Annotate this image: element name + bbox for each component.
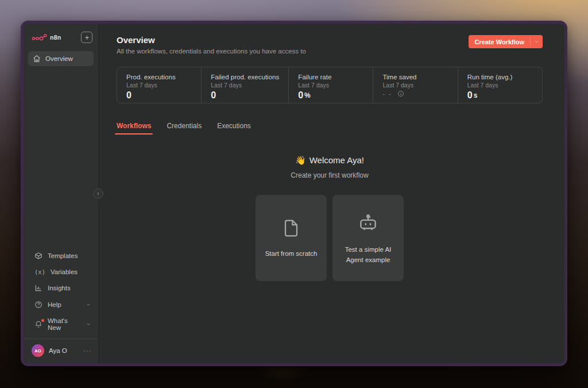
- user-menu[interactable]: AO Aya O ···: [24, 339, 98, 363]
- stats-summary-bar: Prod. executions Last 7 days 0 Failed pr…: [117, 67, 543, 103]
- wave-emoji: 👋: [295, 155, 306, 165]
- tab-executions[interactable]: Executions: [217, 122, 251, 135]
- tab-credentials[interactable]: Credentials: [167, 122, 202, 135]
- stat-label: Prod. executions: [126, 74, 192, 80]
- bell-icon: [34, 320, 42, 328]
- stat-run-time-avg: Run time (avg.) Last 7 days 0 s: [458, 67, 542, 103]
- welcome-text: Welcome Aya!: [310, 155, 364, 165]
- page-header: Overview All the workflows, credentials …: [117, 35, 543, 55]
- bar-chart-icon: [34, 284, 42, 292]
- chevron-down-icon: [86, 302, 91, 308]
- sidebar-bottom-nav: Templates (x) Variables Insights: [24, 247, 98, 363]
- variable-icon: (x): [34, 268, 45, 275]
- stat-unit: s: [474, 91, 478, 99]
- stat-period: Last 7 days: [126, 82, 192, 89]
- stat-label: Failure rate: [298, 74, 363, 80]
- sidebar-item-label: Insights: [48, 285, 71, 291]
- start-card-label: Test a simple AI Agent example: [332, 245, 404, 265]
- stat-value: - -: [382, 90, 392, 97]
- sidebar-item-label: Help: [48, 301, 61, 308]
- package-icon: [34, 252, 42, 260]
- plus-icon: [84, 34, 90, 41]
- robot-icon: [355, 211, 381, 235]
- sidebar-item-label: Overview: [45, 55, 73, 62]
- stat-label: Failed prod. executions: [211, 74, 279, 80]
- empty-state: 👋Welcome Aya! Create your first workflow…: [117, 155, 543, 281]
- sidebar-item-help[interactable]: Help: [24, 296, 98, 313]
- sidebar-item-overview[interactable]: Overview: [28, 51, 94, 66]
- page-title: Overview: [117, 35, 306, 45]
- help-icon: [34, 301, 42, 309]
- logo-text: n8n: [50, 34, 61, 41]
- sidebar-item-templates[interactable]: Templates: [24, 247, 98, 264]
- sidebar-item-whats-new[interactable]: What's New: [24, 313, 98, 335]
- welcome-subtitle: Create your first workflow: [117, 171, 543, 179]
- page-subtitle: All the workflows, credentials and execu…: [117, 48, 306, 55]
- notification-badge: [41, 319, 44, 322]
- avatar-initials: AO: [34, 348, 41, 354]
- sidebar-collapse-handle[interactable]: [93, 189, 103, 199]
- stat-period: Last 7 days: [211, 82, 279, 89]
- content-tabs: Workflows Credentials Executions: [117, 122, 543, 135]
- stat-time-saved: Time saved Last 7 days - -: [373, 67, 457, 103]
- home-icon: [33, 55, 41, 63]
- create-workflow-dropdown[interactable]: [531, 35, 543, 48]
- stat-period: Last 7 days: [298, 82, 363, 89]
- ai-agent-example-card[interactable]: Test a simple AI Agent example: [332, 195, 404, 281]
- sidebar-item-label: Variables: [51, 268, 78, 275]
- stat-label: Run time (avg.): [467, 74, 533, 80]
- stat-value: 0: [298, 90, 303, 101]
- start-card-label: Start from scratch: [262, 249, 321, 259]
- sidebar-item-label: Templates: [48, 252, 78, 259]
- stat-value: 0: [211, 90, 216, 101]
- create-workflow-label: Create Workflow: [469, 35, 530, 48]
- stat-failure-rate: Failure rate Last 7 days 0 %: [288, 67, 373, 103]
- sidebar: n8n Overview Templ: [24, 24, 99, 363]
- main-content: Overview All the workflows, credentials …: [99, 24, 564, 363]
- stat-value: 0: [467, 90, 473, 101]
- stat-failed-prod-executions: Failed prod. executions Last 7 days 0: [201, 67, 288, 103]
- stat-period: Last 7 days: [382, 82, 448, 89]
- stat-period: Last 7 days: [467, 82, 533, 89]
- stat-value: 0: [126, 90, 131, 101]
- info-icon[interactable]: [397, 90, 404, 97]
- add-workflow-button[interactable]: [81, 32, 92, 43]
- sidebar-logo-row: n8n: [24, 24, 98, 50]
- n8n-logo-icon: [32, 33, 47, 42]
- avatar: AO: [32, 344, 44, 357]
- user-name: Aya O: [49, 347, 67, 354]
- chevron-left-icon: [96, 191, 100, 196]
- file-icon: [280, 217, 302, 239]
- n8n-app-window: n8n Overview Templ: [21, 21, 567, 366]
- stat-unit: %: [304, 91, 311, 99]
- stat-prod-executions: Prod. executions Last 7 days 0: [117, 67, 201, 103]
- sidebar-item-insights[interactable]: Insights: [24, 279, 98, 296]
- user-options-button[interactable]: ···: [83, 347, 91, 354]
- stat-label: Time saved: [382, 74, 448, 80]
- sidebar-item-label: What's New: [48, 317, 80, 331]
- start-options: Start from scratch Test a simple A: [117, 195, 543, 281]
- welcome-heading: 👋Welcome Aya!: [117, 155, 543, 166]
- page-header-text: Overview All the workflows, credentials …: [117, 35, 306, 55]
- chevron-down-icon: [86, 321, 91, 327]
- create-workflow-button[interactable]: Create Workflow: [469, 35, 543, 48]
- tab-workflows[interactable]: Workflows: [117, 122, 151, 135]
- start-from-scratch-card[interactable]: Start from scratch: [256, 195, 327, 281]
- sidebar-item-variables[interactable]: (x) Variables: [24, 264, 98, 279]
